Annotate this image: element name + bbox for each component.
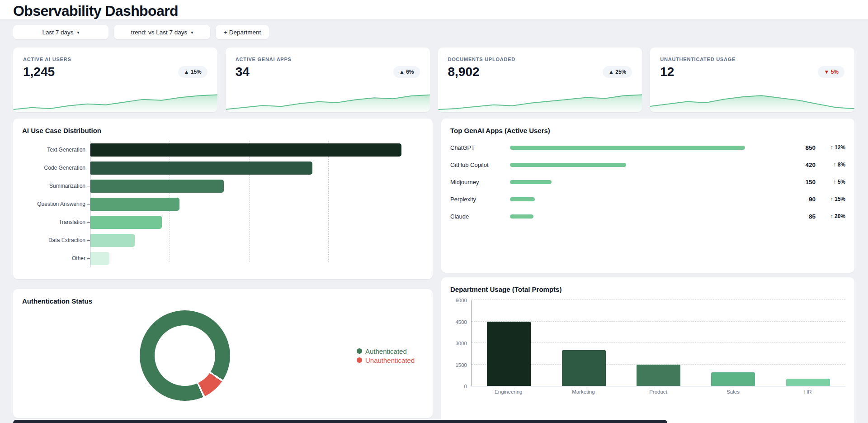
kpi-card-unauthenticated-usage: UNAUTHENTICATED USAGE 12 ▼ 5% bbox=[650, 48, 854, 112]
kpi-label: ACTIVE AI USERS bbox=[23, 57, 208, 62]
bar-sales[interactable] bbox=[711, 372, 755, 386]
kpi-row: ACTIVE AI USERS 1,245 ▲ 15% ACTIVE GENAI… bbox=[13, 48, 854, 112]
dashboard-grid: AI Use Case Distribution Text Generation… bbox=[13, 119, 854, 423]
top-apps-list: ChatGPT850↑ 12%GitHub Copilot420↑ 8%Midj… bbox=[450, 139, 845, 225]
page-title: Observability Dashboard bbox=[13, 3, 854, 19]
bar-text-generation[interactable] bbox=[90, 143, 401, 157]
y-axis-label: Data Extraction bbox=[22, 231, 90, 249]
x-axis-label: HR bbox=[770, 389, 845, 394]
kpi-label: UNAUTHENTICATED USAGE bbox=[660, 57, 844, 62]
kpi-card-active-ai-users: ACTIVE AI USERS 1,245 ▲ 15% bbox=[13, 48, 217, 112]
app-trend-label: ↑ 8% bbox=[816, 162, 845, 168]
kpi-sparkline bbox=[13, 89, 217, 112]
y-axis-tick-label: 0 bbox=[464, 384, 467, 389]
bar-marketing[interactable] bbox=[562, 350, 606, 386]
legend-item-unauthenticated[interactable]: Unauthenticated bbox=[357, 356, 415, 364]
bar-data-extraction[interactable] bbox=[90, 234, 135, 247]
app-active-users-value: 85 bbox=[790, 213, 816, 220]
app-active-users-value: 420 bbox=[790, 162, 816, 168]
bar-code-generation[interactable] bbox=[90, 162, 312, 175]
auth-donut-chart[interactable] bbox=[140, 310, 230, 401]
department-bars bbox=[472, 300, 845, 386]
kpi-trend-badge: ▲ 6% bbox=[393, 66, 420, 78]
date-range-label: Last 7 days bbox=[42, 29, 73, 36]
date-range-dropdown[interactable]: Last 7 days ▾ bbox=[13, 25, 108, 39]
app-active-users-value: 850 bbox=[790, 144, 816, 151]
app-usage-bar[interactable] bbox=[510, 197, 535, 201]
app-usage-bar[interactable] bbox=[510, 214, 533, 219]
kpi-trend-badge: ▲ 25% bbox=[603, 66, 632, 78]
app-trend-label: ↑ 20% bbox=[816, 213, 845, 219]
kpi-label: ACTIVE GENAI APPS bbox=[236, 57, 420, 62]
kpi-card-active-genai-apps: ACTIVE GENAI APPS 34 ▲ 6% bbox=[226, 48, 430, 112]
kpi-label: DOCUMENTS UPLOADED bbox=[448, 57, 632, 62]
panel-title: AI Use Case Distribution bbox=[22, 127, 424, 134]
x-axis-label: Engineering bbox=[471, 389, 546, 394]
panel-ai-use-case-distribution: AI Use Case Distribution Text Generation… bbox=[13, 119, 433, 279]
app-row-chatgpt: ChatGPT850↑ 12% bbox=[450, 139, 845, 156]
x-axis-label: Marketing bbox=[546, 389, 621, 394]
app-usage-bar[interactable] bbox=[510, 146, 745, 150]
app-trend-label: ↑ 5% bbox=[816, 179, 845, 185]
kpi-sparkline bbox=[438, 89, 642, 112]
app-name: ChatGPT bbox=[450, 144, 510, 151]
chevron-down-icon: ▾ bbox=[77, 30, 80, 35]
trend-compare-label: trend: vs Last 7 days bbox=[131, 29, 188, 36]
kpi-sparkline bbox=[650, 89, 854, 112]
bar-summarization[interactable] bbox=[90, 180, 224, 193]
y-axis-label: Question Answering bbox=[22, 195, 90, 213]
y-axis-label: Text Generation bbox=[22, 141, 90, 159]
legend-dot-icon bbox=[357, 357, 362, 363]
x-axis-label: Product bbox=[621, 389, 696, 394]
app-bar-track bbox=[510, 197, 745, 201]
panel-title: Department Usage (Total Prompts) bbox=[450, 285, 845, 293]
y-axis-tick-label: 3000 bbox=[455, 341, 467, 346]
app-trend-label: ↑ 12% bbox=[816, 144, 845, 151]
y-axis-tick-label: 4500 bbox=[455, 319, 467, 325]
bar-other[interactable] bbox=[90, 252, 109, 265]
app-name: Claude bbox=[450, 213, 510, 220]
kpi-card-documents-uploaded: DOCUMENTS UPLOADED 8,902 ▲ 25% bbox=[438, 48, 642, 112]
legend-dot-icon bbox=[357, 348, 362, 354]
y-axis-label: Code Generation bbox=[22, 159, 90, 177]
bar-product[interactable] bbox=[637, 365, 680, 386]
bar-hr[interactable] bbox=[786, 379, 830, 386]
kpi-value: 12 bbox=[660, 65, 674, 79]
app-name: GitHub Copilot bbox=[450, 162, 510, 168]
app-usage-bar[interactable] bbox=[510, 163, 626, 167]
app-row-midjourney: Midjourney150↑ 5% bbox=[450, 173, 845, 190]
app-active-users-value: 90 bbox=[790, 196, 816, 203]
app-bar-track bbox=[510, 214, 745, 219]
auth-legend: AuthenticatedUnauthenticated bbox=[357, 347, 415, 364]
bar-engineering[interactable] bbox=[487, 322, 531, 386]
app-row-github-copilot: GitHub Copilot420↑ 8% bbox=[450, 156, 845, 173]
bar-question-answering[interactable] bbox=[90, 198, 179, 211]
kpi-trend-badge: ▲ 15% bbox=[178, 66, 208, 78]
panel-title: Authentication Status bbox=[22, 297, 424, 305]
chevron-down-icon: ▾ bbox=[191, 30, 193, 35]
add-department-filter-button[interactable]: + Department bbox=[216, 25, 269, 39]
bar-translation[interactable] bbox=[90, 216, 162, 229]
legend-item-authenticated[interactable]: Authenticated bbox=[357, 347, 415, 355]
app-usage-bar[interactable] bbox=[510, 180, 552, 184]
app-trend-label: ↑ 15% bbox=[816, 196, 845, 202]
below-fold-panel-edge bbox=[13, 420, 667, 423]
auth-status-chart: AuthenticatedUnauthenticated bbox=[22, 310, 424, 401]
gridline bbox=[472, 299, 845, 300]
use-case-bar-chart: Text GenerationCode GenerationSummarizat… bbox=[22, 141, 424, 267]
panel-top-genai-apps: Top GenAI Apps (Active Users) ChatGPT850… bbox=[441, 119, 854, 273]
x-axis-label: Sales bbox=[696, 389, 771, 394]
dashboard-page: Observability Dashboard Last 7 days ▾ tr… bbox=[0, 0, 868, 423]
app-bar-track bbox=[510, 180, 745, 184]
app-name: Perplexity bbox=[450, 196, 510, 203]
y-axis-tick-label: 6000 bbox=[455, 298, 467, 303]
trend-compare-dropdown[interactable]: trend: vs Last 7 days ▾ bbox=[114, 25, 210, 39]
add-department-label: + Department bbox=[224, 29, 261, 36]
y-axis-label: Summarization bbox=[22, 177, 90, 195]
panel-department-usage: Department Usage (Total Prompts) 0150030… bbox=[441, 277, 854, 423]
app-active-users-value: 150 bbox=[790, 179, 816, 185]
y-axis-tick-label: 1500 bbox=[455, 362, 467, 368]
legend-label: Authenticated bbox=[365, 347, 407, 355]
app-row-perplexity: Perplexity90↑ 15% bbox=[450, 190, 845, 208]
kpi-trend-badge: ▼ 5% bbox=[818, 66, 844, 78]
